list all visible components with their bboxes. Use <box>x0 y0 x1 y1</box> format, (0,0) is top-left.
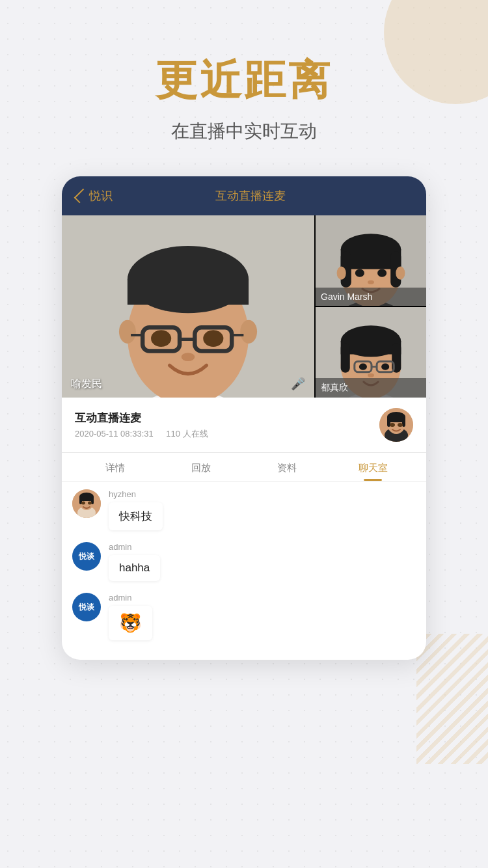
stream-host-avatar <box>379 408 413 442</box>
svg-point-59 <box>81 502 85 505</box>
stream-info: 互动直播连麦 2020-05-11 08:33:31 110 人在线 <box>62 398 426 453</box>
stream-info-left: 互动直播连麦 2020-05-11 08:33:31 110 人在线 <box>75 411 379 440</box>
chat-bubble-2: hahha <box>109 555 160 581</box>
main-person-illustration <box>62 215 314 398</box>
chat-avatar-hyzhen <box>72 489 101 518</box>
chat-bubble-1: 快科技 <box>109 502 163 530</box>
svg-point-40 <box>359 364 367 370</box>
svg-point-13 <box>151 330 171 347</box>
svg-point-6 <box>119 320 136 344</box>
chat-message-1: hyzhen 快科技 <box>72 489 416 530</box>
svg-point-14 <box>203 330 223 347</box>
header-title: 互动直播连麦 <box>123 188 378 204</box>
chat-username-3: admin <box>109 593 152 603</box>
stream-date: 2020-05-11 08:33:31 <box>75 429 154 439</box>
main-person-name: 喻发民 <box>71 377 102 391</box>
video-grid: 喻发民 🎤 <box>62 215 426 398</box>
side-video-bottom: 都真欣 <box>316 307 426 398</box>
svg-point-60 <box>88 502 92 505</box>
chat-message-3: 悦谈 admin 🐯 <box>72 593 416 640</box>
chat-content-2: admin hahha <box>109 542 160 581</box>
svg-point-27 <box>377 269 386 277</box>
chat-username-2: admin <box>109 542 160 552</box>
svg-point-28 <box>368 280 374 284</box>
side-top-person-name: Gavin Marsh <box>316 288 426 306</box>
brand-avatar-label-2: 悦谈 <box>79 602 94 613</box>
svg-point-51 <box>398 423 403 427</box>
svg-point-50 <box>390 423 395 427</box>
page-content: 更近距离 在直播中实时互动 悦识 互动直播连麦 <box>0 0 488 660</box>
side-video-top: Gavin Marsh <box>316 215 426 307</box>
tab-materials[interactable]: 资料 <box>244 453 330 481</box>
card-header: 悦识 互动直播连麦 <box>62 176 426 215</box>
chat-content-3: admin 🐯 <box>109 593 152 640</box>
stream-online-count: 110 人在线 <box>166 429 208 439</box>
svg-point-42 <box>368 373 374 377</box>
chat-username-1: hyzhen <box>109 489 163 499</box>
tab-chatroom[interactable]: 聊天室 <box>330 453 416 481</box>
svg-point-15 <box>182 353 195 361</box>
stream-title: 互动直播连麦 <box>75 411 379 426</box>
host-avatar-illustration <box>379 408 413 442</box>
svg-rect-35 <box>341 343 350 372</box>
chat-content-1: hyzhen 快科技 <box>109 489 163 530</box>
phone-card: 悦识 互动直播连麦 <box>62 176 426 660</box>
back-chevron-icon <box>74 189 89 204</box>
chat-message-2: 悦谈 admin hahha <box>72 542 416 581</box>
tab-details[interactable]: 详情 <box>72 453 158 481</box>
svg-point-26 <box>355 269 364 277</box>
svg-point-25 <box>396 267 405 280</box>
headline: 更近距离 <box>156 52 332 109</box>
brand-avatar-label-1: 悦谈 <box>79 551 94 562</box>
side-videos: Gavin Marsh <box>316 215 426 398</box>
svg-point-24 <box>337 267 346 280</box>
chat-avatar-admin-1: 悦谈 <box>72 542 101 571</box>
svg-point-41 <box>381 364 389 370</box>
avatar-hyzhen-illustration <box>72 489 101 518</box>
stream-meta: 2020-05-11 08:33:31 110 人在线 <box>75 428 379 440</box>
back-label: 悦识 <box>89 188 113 204</box>
svg-point-7 <box>240 320 257 344</box>
chat-bubble-3: 🐯 <box>109 606 152 640</box>
microphone-icon: 🎤 <box>291 377 305 391</box>
tab-replay[interactable]: 回放 <box>158 453 244 481</box>
subheadline: 在直播中实时互动 <box>171 119 317 144</box>
main-video: 喻发民 🎤 <box>62 215 316 398</box>
side-bottom-person-name: 都真欣 <box>316 378 426 398</box>
svg-rect-5 <box>128 280 249 305</box>
back-button[interactable]: 悦识 <box>77 188 113 204</box>
chat-area: hyzhen 快科技 悦谈 admin hahha 悦谈 <box>62 481 426 660</box>
tabs: 详情 回放 资料 聊天室 <box>62 453 426 481</box>
chat-avatar-admin-2: 悦谈 <box>72 593 101 621</box>
